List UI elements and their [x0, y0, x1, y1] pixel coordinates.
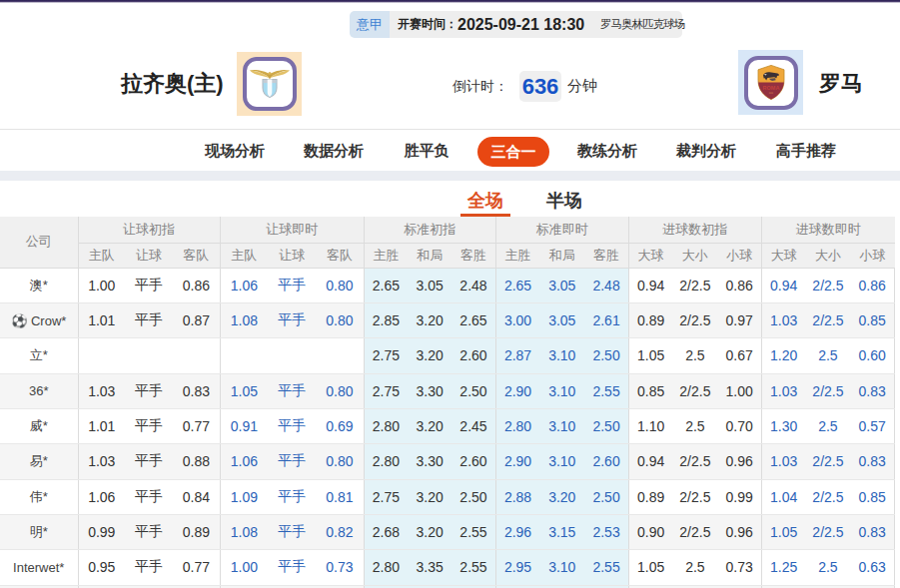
- svg-text:ROMA: ROMA: [762, 85, 779, 91]
